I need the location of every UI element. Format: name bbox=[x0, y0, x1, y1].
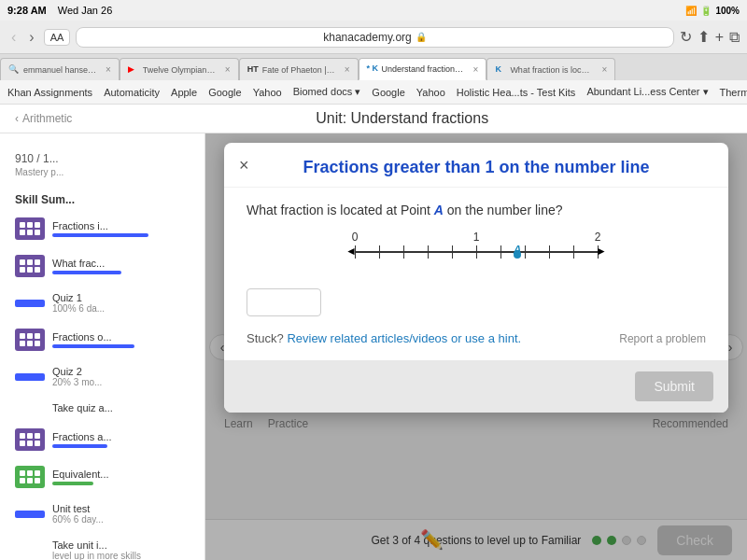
modal-keyboard-area: Submit bbox=[224, 360, 728, 413]
number-line-container: 0 1 2 A bbox=[345, 232, 607, 270]
sidebar-item-name-8: Equivalent... bbox=[52, 469, 190, 480]
sidebar-icon-2 bbox=[15, 255, 45, 277]
nl-label-2: 2 bbox=[595, 231, 601, 244]
tab-close-1[interactable]: × bbox=[106, 64, 111, 75]
bookmark-thermo[interactable]: Thermograp...w Medicine bbox=[720, 87, 747, 98]
battery-icon: 🔋 bbox=[700, 6, 712, 16]
sidebar-item-name-7: Fractions a... bbox=[52, 431, 190, 442]
tab-youtube[interactable]: ▶ Twelve Olympian Greek... × bbox=[120, 58, 239, 80]
sidebar-icon-1 bbox=[15, 217, 45, 240]
main-content: ‹ Arithmetic Unit: Understand fractions … bbox=[0, 105, 747, 560]
bookmark-khan[interactable]: Khan Assignments bbox=[7, 87, 92, 98]
tick-1 bbox=[379, 245, 380, 259]
tab-label-5: What fraction is located at Point... bbox=[510, 65, 594, 75]
sidebar-icon-8 bbox=[15, 466, 45, 488]
sidebar-bar-unit bbox=[15, 511, 45, 518]
address-bar: AA khanacademy.org 🔒 bbox=[44, 27, 674, 48]
lock-icon: 🔒 bbox=[416, 32, 427, 42]
modal-close-button[interactable]: × bbox=[239, 156, 249, 175]
sidebar-item-sub-3: 100% 6 da... bbox=[52, 303, 190, 314]
battery-label: 100% bbox=[715, 6, 740, 16]
new-tab-button[interactable]: + bbox=[715, 29, 724, 46]
mastery-sub: Mastery p... bbox=[15, 167, 63, 177]
tick-0 bbox=[355, 245, 356, 259]
url-text: khanacademy.org bbox=[323, 31, 412, 44]
sidebar-item-quiz2[interactable]: Quiz 220% 3 mo... bbox=[0, 358, 204, 395]
tab-khan-fractions[interactable]: * K Understand fractions | Arithmet... × bbox=[359, 58, 487, 80]
modal-title: Fractions greater than 1 on the number l… bbox=[243, 158, 710, 177]
browser-chrome: ‹ › AA khanacademy.org 🔒 ↻ ⬆ + ⧉ bbox=[0, 21, 747, 54]
sidebar-item-fractions-o[interactable]: Fractions o... bbox=[0, 321, 204, 358]
sidebar-item-unit-test[interactable]: Unit test60% 6 day... bbox=[0, 496, 204, 532]
sidebar-item-what-frac[interactable]: What frac... bbox=[0, 247, 204, 285]
tab-google-search[interactable]: 🔍 emmanuel hansel – Google × bbox=[0, 58, 120, 80]
sidebar-item-quiz1[interactable]: Quiz 1100% 6 da... bbox=[0, 285, 204, 321]
modal-body: What fraction is located at Point A on t… bbox=[224, 188, 728, 360]
bookmark-biomed[interactable]: Biomed docs ▾ bbox=[293, 86, 361, 98]
sidebar-item-take-unit[interactable]: Take unit i...level up in more skills bbox=[0, 532, 204, 560]
tab-favicon-3: HT bbox=[247, 64, 259, 76]
sidebar-item-take-quiz[interactable]: Take quiz a... bbox=[0, 395, 204, 421]
sidebar-item-name-6: Take quiz a... bbox=[52, 402, 190, 413]
answer-input[interactable] bbox=[247, 288, 321, 316]
tick-6 bbox=[500, 245, 501, 259]
nl-label-0: 0 bbox=[352, 231, 359, 244]
tabs-button[interactable]: ⧉ bbox=[729, 29, 740, 46]
sidebar-icon-4 bbox=[15, 329, 45, 351]
report-link[interactable]: Report a problem bbox=[619, 332, 706, 345]
tab-favicon-4: * K bbox=[367, 63, 378, 75]
bookmark-auto[interactable]: Automaticity bbox=[104, 87, 160, 98]
status-bar: 9:28 AM Wed Jan 26 📶 🔋 100% bbox=[0, 0, 747, 21]
sidebar-item-name-3: Quiz 1 bbox=[52, 292, 190, 303]
tab-close-4[interactable]: × bbox=[473, 64, 479, 75]
tab-favicon-2: ▶ bbox=[128, 64, 139, 76]
sidebar-item-sub-5: 20% 3 mo... bbox=[52, 377, 190, 387]
sidebar-bar-quiz2 bbox=[15, 373, 45, 381]
bookmark-google1[interactable]: Google bbox=[208, 87, 241, 98]
mastery-score: 910 / 1... bbox=[15, 152, 59, 165]
bookmark-holistic[interactable]: Holistic Hea...ts - Test Kits bbox=[457, 87, 576, 98]
submit-button[interactable]: Submit bbox=[635, 371, 713, 401]
tab-close-3[interactable]: × bbox=[345, 64, 350, 75]
tab-history-today[interactable]: HT Fate of Phaeton | History × bbox=[239, 58, 359, 80]
back-button[interactable]: ‹ bbox=[7, 27, 20, 48]
share-button[interactable]: ⬆ bbox=[698, 28, 710, 46]
tick-4 bbox=[452, 245, 453, 259]
browser-actions: ↻ ⬆ + ⧉ bbox=[680, 28, 740, 46]
forward-button[interactable]: › bbox=[25, 27, 37, 48]
bookmark-abundant[interactable]: Abundant Li...ess Center ▾ bbox=[586, 86, 708, 98]
sidebar-item-fractions-a[interactable]: Fractions a... bbox=[0, 421, 204, 458]
sidebar-item-name-4: Fractions o... bbox=[52, 331, 190, 343]
page-title-text: Unit: bbox=[316, 110, 350, 126]
tick-10 bbox=[598, 245, 599, 259]
sidebar-item-equivalent[interactable]: Equivalent... bbox=[0, 458, 204, 496]
bookmark-google2[interactable]: Google bbox=[372, 87, 404, 98]
tab-favicon-1: 🔍 bbox=[8, 64, 20, 76]
page-title-unit: Understand fractions bbox=[351, 110, 489, 126]
tab-close-5[interactable]: × bbox=[601, 64, 607, 75]
stuck-link[interactable]: Review related articles/videos or use a … bbox=[287, 331, 521, 345]
wifi-icon: 📶 bbox=[685, 6, 697, 16]
tick-5 bbox=[476, 245, 477, 259]
refresh-button[interactable]: ↻ bbox=[680, 28, 692, 46]
url-bar[interactable]: khanacademy.org 🔒 bbox=[76, 27, 673, 48]
tab-khan-point[interactable]: K What fraction is located at Point... × bbox=[486, 58, 615, 80]
tab-favicon-5: K bbox=[495, 64, 506, 76]
tab-label-4: Understand fractions | Arithmet... bbox=[382, 64, 466, 74]
question-text: What fraction is located at Point A on t… bbox=[247, 203, 706, 217]
back-link[interactable]: ‹ Arithmetic bbox=[15, 112, 72, 125]
bookmark-apple[interactable]: Apple bbox=[171, 87, 197, 98]
tab-close-2[interactable]: × bbox=[225, 64, 231, 75]
modal-header: × Fractions greater than 1 on the number… bbox=[224, 143, 728, 188]
tab-label-1: emmanuel hansel – Google bbox=[23, 65, 98, 75]
back-link-label: Arithmetic bbox=[22, 112, 72, 125]
nl-label-1: 1 bbox=[473, 231, 480, 244]
aa-button[interactable]: AA bbox=[44, 29, 71, 46]
number-line: 0 1 2 A bbox=[355, 251, 598, 253]
sidebar-item-fractions-i[interactable]: Fractions i... bbox=[0, 210, 204, 247]
point-label: A bbox=[434, 203, 444, 217]
tick-8 bbox=[549, 245, 550, 259]
bookmarks-bar: Khan Assignments Automaticity Apple Goog… bbox=[0, 80, 747, 105]
bookmark-yahoo1[interactable]: Yahoo bbox=[253, 87, 282, 98]
bookmark-yahoo2[interactable]: Yahoo bbox=[416, 87, 445, 98]
